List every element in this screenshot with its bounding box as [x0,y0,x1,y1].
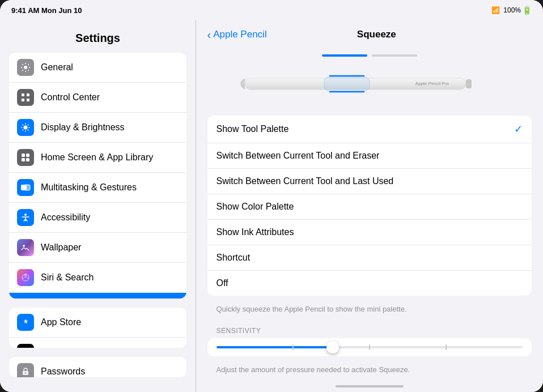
battery-percent: 100% [503,6,521,14]
svg-text:Apple Pencil Pro: Apple Pencil Pro [415,81,449,86]
sidebar-item-homescreen[interactable]: Home Screen & App Library [9,143,186,173]
sensitivity-slider-fill [217,346,339,348]
wallpaper-icon [17,239,34,256]
option-shortcut-label: Shortcut [217,253,251,263]
back-label: Apple Pencil [213,29,267,40]
svg-rect-23 [324,77,370,91]
sidebar-item-display[interactable]: Display & Brightness [9,113,186,143]
passwords-icon [17,363,34,377]
svg-rect-9 [26,158,29,161]
status-bar: 9:41 AM Mon Jun 10 📶 100% 🔋 [0,0,543,20]
display-icon [17,119,34,136]
pencil-area: Apple Pencil Pro [196,49,544,116]
sidebar-group-1: General Control Center Display & Brightn… [9,53,186,299]
sidebar-item-passwords[interactable]: Passwords [9,357,186,377]
sensitivity-hint: Adjust the amount of pressure needed to … [207,361,532,376]
option-show-ink[interactable]: Show Ink Attributes [207,220,532,245]
option-off[interactable]: Off [207,271,532,296]
sidebar-label-control: Control Center [41,92,100,103]
sensitivity-group [207,338,532,356]
svg-rect-1 [22,93,24,96]
svg-rect-22 [466,79,472,88]
option-show-color-label: Show Color Palette [217,202,294,212]
squeeze-options-group: Show Tool Palette ✓ Switch Between Curre… [207,116,532,296]
wifi-icon: 📶 [491,6,500,14]
sidebar-item-siri[interactable]: Siri & Search [9,263,186,293]
sidebar-label-multitasking: Multitasking & Gestures [41,182,137,193]
svg-rect-2 [27,93,29,96]
option-show-color[interactable]: Show Color Palette [207,194,532,220]
main-content: Settings General Control Center [0,20,543,392]
home-bar [336,385,404,387]
sidebar-label-general: General [41,62,73,73]
sidebar-label-passwords: Passwords [41,367,85,377]
pencil-tab-indicators [322,54,417,57]
general-icon [17,59,34,76]
svg-rect-7 [26,154,29,157]
svg-point-12 [24,214,27,216]
sensitivity-slider-thumb[interactable] [326,341,339,353]
sensitivity-slider-container [207,338,532,356]
back-chevron-icon: ‹ [207,29,211,40]
sensitivity-slider-track [217,346,523,348]
sidebar-item-pencil[interactable]: Apple Pencil [9,293,186,299]
sidebar-item-appstore[interactable]: App Store [9,308,186,338]
tab-indicator-inactive [372,54,417,57]
battery-icon: 🔋 [522,6,532,15]
status-time: 9:41 AM Mon Jun 10 [11,6,82,15]
slider-tick-1 [292,344,294,350]
option-show-tool-palette[interactable]: Show Tool Palette ✓ [207,116,532,143]
svg-point-20 [25,373,26,374]
settings-scroll-area: Show Tool Palette ✓ Switch Between Curre… [196,116,544,381]
sidebar-item-accessibility[interactable]: Accessibility [9,203,186,233]
option-show-tool-palette-label: Show Tool Palette [217,124,289,134]
multitasking-icon [17,179,34,196]
sidebar-label-siri: Siri & Search [41,272,94,283]
svg-rect-8 [22,158,25,161]
option-switch-eraser-label: Switch Between Current Tool and Eraser [217,151,380,161]
detail-pane: ‹ Apple Pencil Squeeze [196,20,544,392]
sidebar-label-wallpaper: Wallpaper [41,242,81,253]
sidebar-item-control-center[interactable]: Control Center [9,83,186,113]
option-switch-last[interactable]: Switch Between Current Tool and Last Use… [207,169,532,194]
detail-header: ‹ Apple Pencil Squeeze [196,20,544,49]
svg-point-0 [24,66,27,69]
option-show-ink-label: Show Ink Attributes [217,227,294,237]
control-center-icon [17,89,34,106]
sidebar-item-multitasking[interactable]: Multitasking & Gestures [9,173,186,203]
sidebar-group-2: App Store Wallet & Apple Pay [9,308,186,348]
slider-tick-3 [446,344,447,350]
sidebar-item-wallet[interactable]: Wallet & Apple Pay [9,338,186,348]
pencil-illustration: Apple Pencil Pro [234,61,506,106]
option-switch-last-label: Switch Between Current Tool and Last Use… [217,176,394,186]
sidebar-label-accessibility: Accessibility [41,212,90,223]
svg-rect-11 [24,185,30,190]
sidebar-group-3: Passwords [9,357,186,377]
svg-point-5 [24,126,28,130]
option-shortcut[interactable]: Shortcut [207,245,532,271]
back-button[interactable]: ‹ Apple Pencil [207,29,267,40]
sensitivity-section: SENSITIVITY [207,322,532,376]
sidebar-label-wallet: Wallet & Apple Pay [41,347,117,348]
svg-point-13 [23,245,25,247]
home-indicator [196,381,544,392]
checkmark-show-tool-palette: ✓ [514,123,523,135]
homescreen-icon [17,149,34,166]
wallet-icon [17,344,34,348]
sensitivity-label: SENSITIVITY [207,322,532,338]
sidebar-title: Settings [0,26,196,53]
appstore-icon [17,314,34,331]
sidebar-item-general[interactable]: General [9,53,186,83]
sidebar-label-display: Display & Brightness [41,122,125,133]
svg-rect-4 [27,99,29,101]
svg-rect-6 [22,154,25,157]
sidebar-label-homescreen: Home Screen & App Library [41,152,153,163]
sidebar-item-wallpaper[interactable]: Wallpaper [9,233,186,263]
status-right-icons: 📶 100% 🔋 [491,6,532,15]
slider-tick-2 [369,344,370,350]
options-hint: Quickly squeeze the Apple Pencil to show… [207,300,532,320]
option-off-label: Off [217,278,228,288]
option-switch-eraser[interactable]: Switch Between Current Tool and Eraser [207,143,532,169]
sidebar-label-appstore: App Store [41,317,81,327]
detail-title: Squeeze [267,29,486,40]
